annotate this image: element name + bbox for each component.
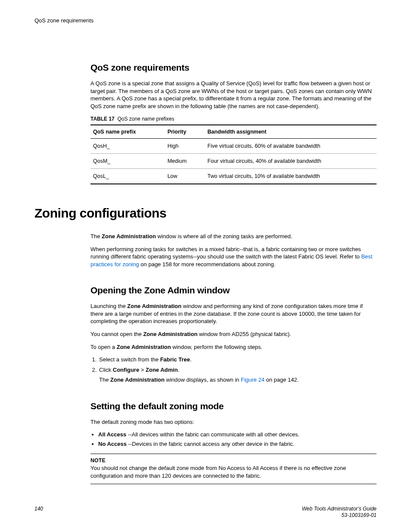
bold-text: Zone Administration [102,233,156,240]
list-item: No Access --Devices in the fabric cannot… [98,440,377,448]
link-figure-24[interactable]: Figure 24 [241,376,265,383]
paragraph: To open a Zone Administration window, pe… [90,343,377,351]
cell: Medium [165,154,205,169]
table-row: QosL_ Low Two virtual circuits, 10% of a… [90,169,377,184]
col-header-priority: Priority [165,125,205,139]
paragraph: When performing zoning tasks for switche… [90,246,377,268]
heading-default-zoning-mode: Setting the default zoning mode [90,401,377,411]
bullet-list: All Access --All devices within the fabr… [90,431,377,448]
heading-zoning-configurations: Zoning configurations [34,206,377,221]
table-caption: TABLE 17 QoS zone name prefixes [90,116,377,122]
bold-text: Zone Admin [146,367,178,373]
bold-text: All Access [98,431,126,438]
cell: Two virtual circuits, 10% of available b… [205,169,377,184]
bold-text: Zone Administration [117,344,171,350]
note-label: NOTE [90,457,377,464]
paragraph: The Zone Administration window is where … [90,233,377,240]
col-header-bandwidth: Bandwidth assignment [205,125,377,139]
table-header-row: QoS name prefix Priority Bandwidth assig… [90,125,377,139]
cell: High [165,139,205,154]
bold-text: No Access [98,441,127,447]
steps-list: Select a switch from the Fabric Tree. Cl… [90,356,377,384]
bold-text: Zone Administration [127,303,181,309]
list-item: All Access --All devices within the fabr… [98,431,377,439]
heading-opening-zone-admin: Opening the Zone Admin window [90,285,377,296]
bold-text: Configure [113,367,141,373]
list-item: Select a switch from the Fabric Tree. [98,356,377,364]
table-title: QoS zone name prefixes [117,116,174,122]
cell: QosM_ [90,154,165,169]
doc-title: Web Tools Administrator's Guide 53-10031… [302,506,377,519]
table-label: TABLE 17 [90,116,115,122]
note-text: You should not change the default zone m… [90,464,377,479]
cell: QosL_ [90,169,165,184]
cell: Four virtual circuits, 40% of available … [205,154,377,169]
bold-text: Fabric Tree [160,356,190,363]
running-header: QoS zone requirements [34,17,377,24]
paragraph: The default zoning mode has two options: [90,418,377,426]
table-row: QosM_ Medium Four virtual circuits, 40% … [90,154,377,169]
col-header-prefix: QoS name prefix [90,125,165,139]
paragraph: Launching the Zone Administration window… [90,302,377,325]
table-row: QosH_ High Five virtual circuits, 60% of… [90,139,377,154]
page: QoS zone requirements QoS zone requireme… [0,0,411,532]
bold-text: Zone Administration [143,331,197,337]
heading-qos-zone-requirements: QoS zone requirements [90,62,377,73]
cell: Five virtual circuits, 60% of available … [205,139,377,154]
page-number: 140 [34,506,43,512]
paragraph: You cannot open the Zone Administration … [90,330,377,338]
page-content: QoS zone requirements A QoS zone is a sp… [90,62,377,484]
bold-text: Zone Administration [110,376,165,383]
cell: Low [165,169,205,184]
list-item: Click Configure > Zone Admin. The Zone A… [98,366,377,384]
qos-prefix-table: QoS name prefix Priority Bandwidth assig… [90,124,377,184]
note-block: NOTE You should not change the default z… [90,454,377,484]
page-footer: 140 Web Tools Administrator's Guide 53-1… [34,506,377,519]
step-sub: The Zone Administration window displays,… [99,376,377,384]
paragraph: A QoS zone is a special zone that assign… [90,80,377,110]
cell: QosH_ [90,139,165,154]
